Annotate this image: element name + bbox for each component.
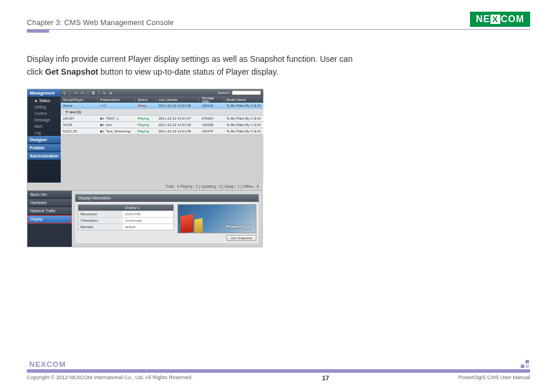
cell: Playing <box>135 123 156 127</box>
th-display1: Display 1 <box>125 206 140 209</box>
cell-key: Orientation: <box>78 218 123 223</box>
logo-segment: NE <box>476 14 490 24</box>
cell: N123_25 <box>61 130 98 133</box>
ss-toolbar: ↻ +▪ +▪ 🗑 ✎ ⚙ Search : <box>61 89 263 96</box>
table-header: Group/Player Presentation Status Last Up… <box>61 96 263 103</box>
page-footer: NEXCOM Copyright © 2012 NEXCOM Internati… <box>27 359 530 382</box>
tab-network-traffic[interactable]: Network Traffic <box>27 207 72 215</box>
display-info-table: Display 1 Resolution: 1024x768 Orientati… <box>78 204 174 230</box>
col-status[interactable]: Status <box>135 98 156 102</box>
table-row[interactable]: 134187 ■1: TEST_1 Playing 2011-12-22 14:… <box>61 116 263 122</box>
divider <box>27 29 530 30</box>
gear-icon[interactable]: ⚙ <box>109 91 112 95</box>
cell-val: default <box>123 224 173 230</box>
detail-panel: Display Information Display 1 Resolution… <box>72 191 262 247</box>
tab-basic-info[interactable]: Basic Info <box>27 191 72 199</box>
col-presentation[interactable]: Presentation <box>98 98 135 102</box>
cell: To Be Filled By O.E.M. <box>224 123 263 127</box>
cell: 3CDB <box>61 123 98 127</box>
cell: Playing <box>135 130 156 133</box>
nav-setting[interactable]: Setting <box>27 104 61 110</box>
cell: >>1 <box>98 104 135 107</box>
nav-message[interactable]: Message <box>27 117 61 123</box>
table-row[interactable]: N123_25 ■1: Test_Streaming Playing 2011-… <box>61 128 263 135</box>
chapter-title: Chapter 3: CMS Web Management Console <box>27 19 174 27</box>
tab-hardware[interactable]: Hardware <box>27 199 72 207</box>
cell: To Be Filled By O.E.M. <box>224 117 263 120</box>
col-last[interactable]: Last Update <box>156 98 200 102</box>
table-group-row[interactable]: ▼ test (3) <box>61 109 263 116</box>
cell: 2011-12-22 14:21:09 <box>156 123 200 127</box>
cell: 2011-12-22 14:21:08 <box>156 130 200 133</box>
cell: 123938 <box>200 123 224 127</box>
add-icon-2[interactable]: +▪ <box>81 91 84 94</box>
snapshot-image: PowerDigiS <box>177 204 256 233</box>
cell-val: 1024x768 <box>123 211 173 217</box>
display-info-heading: Display Information <box>75 194 259 202</box>
table-row: Remark: default <box>78 223 173 230</box>
nav-alert[interactable]: Alert <box>27 123 61 130</box>
col-model[interactable]: Model Name <box>224 98 263 102</box>
cell: 276624 <box>200 117 224 120</box>
get-snapshot-button[interactable]: Get Snapshot <box>227 235 256 241</box>
cell: Sleep <box>135 104 156 107</box>
nav-publish[interactable]: Publish <box>27 144 61 152</box>
status-summary: Total : 4 Playing : 3 | Updating : 0 | S… <box>27 183 262 190</box>
cell: 2011-12-22 14:21:08 <box>156 104 200 107</box>
delete-icon[interactable]: 🗑 <box>92 91 95 94</box>
add-icon[interactable]: +▪ <box>74 91 77 94</box>
intro-paragraph: Display info provide current Player disp… <box>27 53 354 78</box>
logo-segment: COM <box>501 14 524 24</box>
table-row: Orientation: Landscape <box>78 217 173 223</box>
accent-block <box>27 29 49 33</box>
cell: 133470 <box>200 130 224 133</box>
nexcom-logo: NEXCOM <box>470 12 530 27</box>
footer-logo: NEXCOM <box>27 359 68 369</box>
search-label: Search : <box>218 91 231 94</box>
nav-administration[interactable]: Administration <box>27 152 61 160</box>
cell: 134116 <box>200 104 224 107</box>
cell: To Be Filled By O.E.M. <box>224 130 263 133</box>
intro-bold: Get Snapshot <box>45 67 98 76</box>
page-number: 17 <box>322 374 329 382</box>
table-row[interactable]: 3CDB ■1: test Playing 2011-12-22 14:21:0… <box>61 122 263 128</box>
cell-key: Resolution: <box>78 211 123 217</box>
cell: 134187 <box>61 117 98 120</box>
footer-ornament-icon <box>521 360 530 369</box>
copyright-text: Copyright © 2012 NEXCOM International Co… <box>27 374 193 382</box>
cell: ▼ test (3) <box>63 110 263 114</box>
cell: ■1: Test_Streaming <box>98 130 135 133</box>
cell: To Be Filled By O.E.M. <box>224 104 263 107</box>
nav-status[interactable]: ► Status <box>27 97 61 104</box>
nav-log[interactable]: Log <box>27 130 61 136</box>
logo-x: X <box>490 15 500 24</box>
cell: Grace <box>61 104 98 107</box>
col-storage[interactable]: Storage (MB) <box>200 96 224 103</box>
intro-text: button to view up-to-date status of Play… <box>98 67 278 76</box>
cell-key: Remark: <box>78 224 123 230</box>
search-input[interactable] <box>232 90 261 95</box>
table-row: Resolution: 1024x768 <box>78 211 173 217</box>
ss-main: ↻ +▪ +▪ 🗑 ✎ ⚙ Search : Group/Player <box>61 89 263 183</box>
cell: Playing <box>135 117 156 120</box>
ss-sidebar: Management ► Status Setting Control Mess… <box>27 89 61 183</box>
table-row[interactable]: Grace >>1 Sleep 2011-12-22 14:21:08 1341… <box>61 103 263 109</box>
embedded-screenshot: Management ► Status Setting Control Mess… <box>27 89 263 247</box>
refresh-icon[interactable]: ↻ <box>63 91 66 95</box>
th-blank <box>81 206 125 209</box>
cell-val: Landscape <box>123 218 173 223</box>
edit-icon[interactable]: ✎ <box>103 91 106 95</box>
nav-management[interactable]: Management <box>27 89 61 97</box>
snapshot-overlay-title: PowerDigiS <box>227 224 252 229</box>
nav-designer[interactable]: Designer <box>27 136 61 144</box>
cell: ■1: test <box>98 123 135 127</box>
cell: ■1: TEST_1 <box>98 117 135 120</box>
tab-display[interactable]: Display <box>27 215 72 223</box>
nav-control[interactable]: Control <box>27 110 61 117</box>
manual-name: PowerDigiS CMS User Manual <box>458 374 530 382</box>
cell: 2011-12-22 14:21:07 <box>156 117 200 120</box>
col-group[interactable]: Group/Player <box>61 98 98 102</box>
detail-tabs: Basic Info Hardware Network Traffic Disp… <box>27 191 72 247</box>
